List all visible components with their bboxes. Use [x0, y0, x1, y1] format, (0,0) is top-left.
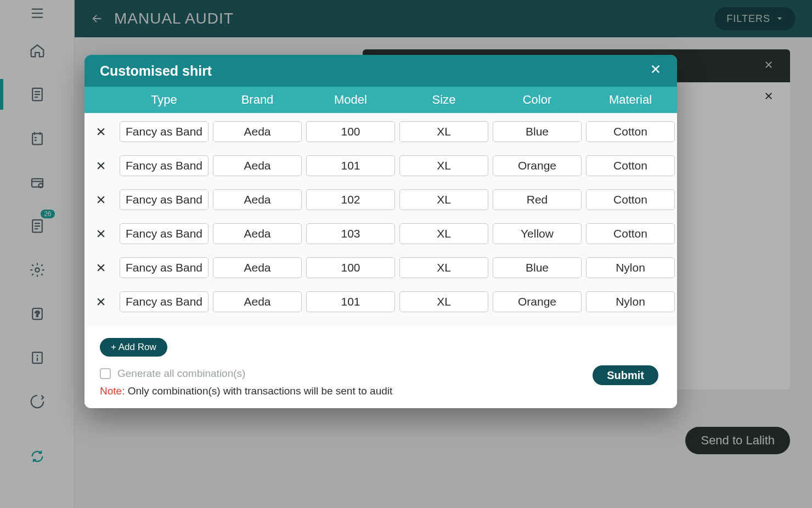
modal-close-button[interactable] — [650, 63, 662, 78]
type-input[interactable] — [120, 155, 208, 176]
model-input[interactable] — [306, 121, 395, 142]
material-input[interactable] — [586, 121, 675, 142]
column-material: Material — [584, 93, 677, 107]
material-input[interactable] — [586, 223, 675, 244]
model-input[interactable] — [306, 223, 395, 244]
column-type: Type — [117, 93, 211, 107]
modal-footer: + Add Row Generate all combination(s) No… — [84, 327, 677, 408]
model-input[interactable] — [306, 291, 395, 312]
brand-input[interactable] — [213, 155, 302, 176]
brand-input[interactable] — [213, 223, 302, 244]
delete-row-button[interactable] — [84, 262, 117, 273]
type-input[interactable] — [120, 189, 208, 210]
close-icon — [95, 160, 106, 171]
type-input[interactable] — [120, 257, 208, 278]
material-input[interactable] — [586, 189, 675, 210]
size-input[interactable] — [399, 121, 488, 142]
brand-input[interactable] — [213, 121, 302, 142]
table-body[interactable] — [84, 113, 677, 327]
note-label: Note: — [100, 385, 125, 397]
size-input[interactable] — [399, 257, 488, 278]
table-row — [84, 215, 677, 249]
column-color: Color — [490, 93, 584, 107]
table-row — [84, 249, 677, 283]
close-icon — [650, 63, 662, 75]
type-input[interactable] — [120, 223, 208, 244]
delete-row-button[interactable] — [84, 228, 117, 239]
color-input[interactable] — [493, 223, 582, 244]
note-text: Only combination(s) with transactions wi… — [125, 385, 392, 397]
color-input[interactable] — [493, 121, 582, 142]
model-input[interactable] — [306, 189, 395, 210]
material-input[interactable] — [586, 291, 675, 312]
close-icon — [95, 262, 106, 273]
table-row — [84, 113, 677, 147]
table-row — [84, 283, 677, 317]
delete-row-button[interactable] — [84, 126, 117, 137]
size-input[interactable] — [399, 155, 488, 176]
type-input[interactable] — [120, 291, 208, 312]
color-input[interactable] — [493, 291, 582, 312]
type-input[interactable] — [120, 121, 208, 142]
modal-title: Customised shirt — [100, 63, 212, 79]
column-size: Size — [397, 93, 490, 107]
color-input[interactable] — [493, 257, 582, 278]
material-input[interactable] — [586, 155, 675, 176]
table-row — [84, 147, 677, 181]
generate-label: Generate all combination(s) — [117, 368, 245, 380]
model-input[interactable] — [306, 155, 395, 176]
table-row — [84, 181, 677, 215]
modal-header: Customised shirt — [84, 55, 677, 87]
generate-checkbox[interactable] — [100, 368, 111, 379]
brand-input[interactable] — [213, 257, 302, 278]
brand-input[interactable] — [213, 291, 302, 312]
color-input[interactable] — [493, 155, 582, 176]
close-icon — [95, 126, 106, 137]
material-input[interactable] — [586, 257, 675, 278]
size-input[interactable] — [399, 189, 488, 210]
size-input[interactable] — [399, 223, 488, 244]
add-row-button[interactable]: + Add Row — [100, 338, 167, 357]
size-input[interactable] — [399, 291, 488, 312]
delete-row-button[interactable] — [84, 194, 117, 205]
close-icon — [95, 228, 106, 239]
color-input[interactable] — [493, 189, 582, 210]
delete-row-button[interactable] — [84, 296, 117, 307]
column-brand: Brand — [211, 93, 304, 107]
model-input[interactable] — [306, 257, 395, 278]
delete-row-button[interactable] — [84, 160, 117, 171]
table-header: Type Brand Model Size Color Material — [84, 87, 677, 113]
note: Note: Only combination(s) with transacti… — [100, 385, 662, 397]
submit-button[interactable]: Submit — [593, 365, 658, 385]
close-icon — [95, 296, 106, 307]
column-model: Model — [304, 93, 397, 107]
customised-shirt-modal: Customised shirt Type Brand Model Size C… — [84, 55, 677, 408]
brand-input[interactable] — [213, 189, 302, 210]
close-icon — [95, 194, 106, 205]
